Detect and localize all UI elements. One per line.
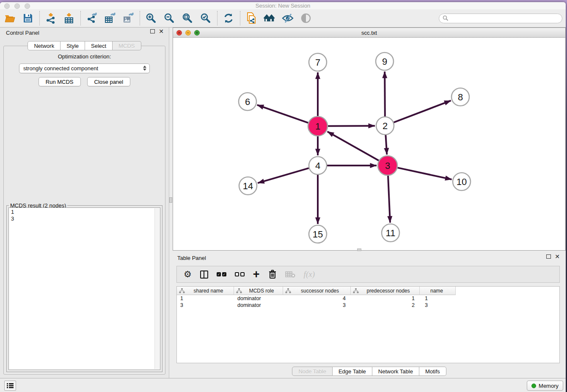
export-table-icon[interactable]: [104, 11, 116, 25]
toolbar-separator: [240, 11, 240, 25]
search-icon: [443, 15, 449, 21]
table-panel-title: Table Panel: [177, 255, 206, 261]
deselect-all-icon[interactable]: [235, 269, 245, 280]
float-table-panel-icon[interactable]: [546, 254, 551, 259]
graph-node-label-6: 6: [245, 97, 250, 107]
network-overview-icon[interactable]: [264, 11, 275, 25]
graph-edge-4-14[interactable]: [258, 168, 309, 183]
tab-mcds[interactable]: MCDS: [113, 41, 141, 50]
titlebar: Session: New Session: [0, 2, 566, 9]
control-panel-title: Control Panel: [6, 30, 39, 36]
network-window-titlebar: ✕ − + scc.txt: [173, 28, 565, 38]
open-file-icon[interactable]: [4, 11, 16, 25]
graph-edge-3-11[interactable]: [388, 176, 390, 223]
close-table-panel-icon[interactable]: ✕: [555, 254, 560, 259]
toolbar-separator: [217, 11, 217, 25]
zoom-out-icon[interactable]: [163, 11, 175, 25]
graph-node-label-1: 1: [315, 121, 320, 132]
network-view-window: ✕ − + scc.txt 1234678910111415: [173, 28, 566, 251]
cell-predecessor-nodes: 1: [351, 295, 420, 301]
dropdown-stepper-icon: [143, 66, 146, 71]
search-field[interactable]: [439, 14, 562, 23]
graph-edge-1-2[interactable]: [328, 126, 375, 126]
hide-graphics-details-icon[interactable]: [282, 11, 294, 25]
select-all-icon[interactable]: ✓✓: [217, 269, 226, 280]
table-settings-gear-icon[interactable]: ⚙: [184, 269, 192, 280]
duplicate-network-icon[interactable]: [245, 11, 257, 25]
column-header-mcds-role[interactable]: MCDS role: [234, 287, 283, 295]
table-row[interactable]: 3 dominator 3 2 3: [177, 302, 559, 309]
column-header-predecessor-nodes[interactable]: predecessor nodes: [351, 287, 420, 295]
delete-column-icon: [285, 269, 295, 280]
toolbar-separator: [140, 11, 140, 25]
optimization-criterion-dropdown[interactable]: strongly connected component: [19, 63, 150, 73]
zoom-selected-icon[interactable]: [200, 11, 212, 25]
optimization-criterion-label: Optimization criterion:: [4, 53, 165, 60]
table-toolbar: ⚙ ✓✓ + f(x): [176, 266, 560, 283]
show-eye-icon[interactable]: [300, 11, 312, 25]
delete-row-icon[interactable]: [268, 269, 277, 280]
export-network-icon[interactable]: [86, 11, 98, 25]
column-header-successor-nodes[interactable]: successor nodes: [283, 287, 351, 295]
graph-edge-3-1[interactable]: [328, 132, 379, 160]
node-table: shared name MCDS role successor nodes pr…: [176, 286, 560, 363]
float-panel-icon[interactable]: [150, 29, 155, 33]
apply-layout-icon[interactable]: [223, 11, 234, 25]
memory-status-icon: [531, 384, 536, 388]
network-graph: 1234678910111415: [173, 38, 565, 250]
tab-node-table[interactable]: Node Table: [292, 367, 333, 376]
mcds-result-list[interactable]: 1 3: [8, 207, 160, 370]
network-canvas[interactable]: 1234678910111415: [173, 38, 565, 250]
result-scrollbar[interactable]: [154, 208, 160, 369]
cell-successor-nodes: 4: [283, 295, 351, 301]
run-mcds-button[interactable]: Run MCDS: [39, 77, 81, 86]
dropdown-value: strongly connected component: [23, 65, 98, 72]
graph-edge-3-10[interactable]: [397, 168, 451, 179]
graph-node-label-14: 14: [243, 181, 253, 191]
zoom-in-icon[interactable]: [145, 11, 157, 25]
tab-style[interactable]: Style: [61, 41, 85, 50]
tab-network-table[interactable]: Network Table: [372, 367, 419, 376]
graph-edge-2-9[interactable]: [385, 72, 385, 116]
cell-mcds-role: dominator: [234, 295, 283, 301]
cell-name: 1: [420, 295, 456, 301]
cell-mcds-role: dominator: [234, 302, 283, 308]
close-panel-icon[interactable]: ✕: [159, 29, 164, 33]
graph-node-label-8: 8: [458, 92, 463, 102]
graph-edge-2-8[interactable]: [394, 101, 451, 123]
import-network-icon[interactable]: [45, 11, 57, 25]
table-panel: Table Panel ✕ ⚙ ✓✓ + f(x) shared name: [173, 252, 566, 378]
mcds-result-group: MCDS result (2 nodes) 1 3: [6, 205, 162, 372]
task-history-button[interactable]: [4, 381, 16, 391]
graph-node-label-7: 7: [315, 57, 320, 68]
table-tabs: Node Table Edge Table Network Table Moti…: [173, 367, 566, 376]
network-window-title: scc.txt: [173, 30, 565, 36]
hierarchy-icon: [236, 288, 242, 293]
graph-node-label-11: 11: [386, 228, 396, 238]
tab-edge-table[interactable]: Edge Table: [333, 367, 372, 376]
graph-node-label-10: 10: [457, 177, 467, 187]
search-input[interactable]: [449, 15, 559, 21]
status-bar: Memory: [0, 378, 566, 392]
tab-network[interactable]: Network: [28, 41, 61, 50]
cell-shared-name: 1: [177, 295, 234, 301]
show-columns-icon[interactable]: [200, 269, 208, 280]
graph-node-label-9: 9: [382, 56, 387, 67]
graph-edge-2-3[interactable]: [385, 135, 387, 155]
tab-select[interactable]: Select: [85, 41, 113, 50]
export-image-icon[interactable]: [122, 11, 134, 25]
close-panel-button[interactable]: Close panel: [87, 77, 131, 86]
horizontal-splitter-handle[interactable]: [357, 248, 361, 251]
graph-edge-1-6[interactable]: [257, 105, 308, 123]
memory-button[interactable]: Memory: [527, 381, 563, 391]
save-session-icon[interactable]: [22, 11, 34, 25]
table-row[interactable]: 1 dominator 4 1 1: [177, 295, 559, 302]
zoom-fit-icon[interactable]: [182, 11, 193, 25]
window-title: Session: New Session: [0, 3, 566, 9]
vertical-splitter-handle[interactable]: [169, 197, 172, 203]
tab-motifs[interactable]: Motifs: [419, 367, 446, 376]
add-row-icon[interactable]: +: [253, 269, 260, 280]
column-header-name[interactable]: name: [420, 287, 456, 295]
column-header-shared-name[interactable]: shared name: [177, 287, 234, 295]
import-table-icon[interactable]: [63, 11, 75, 25]
